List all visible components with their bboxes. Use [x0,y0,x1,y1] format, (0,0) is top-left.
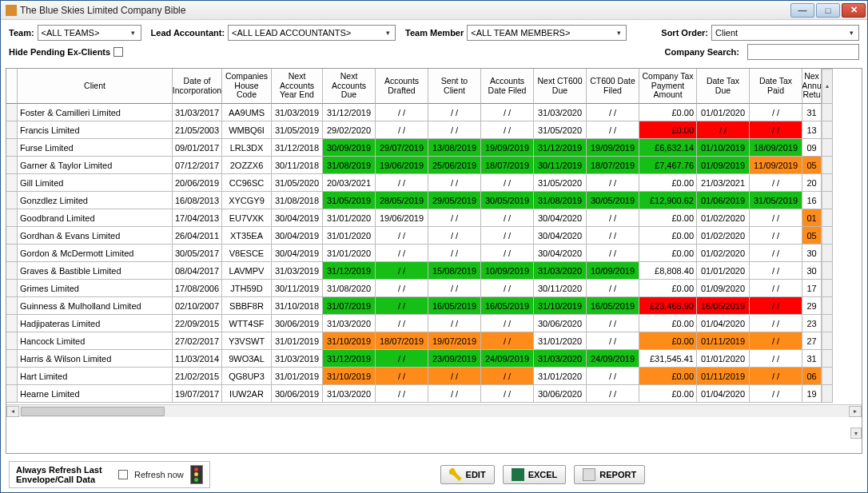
table-cell[interactable]: CC96SC [222,174,272,192]
table-cell[interactable]: 30/06/2020 [534,315,587,332]
table-cell[interactable]: / / [428,385,481,403]
table-cell[interactable]: 30/11/2019 [534,157,587,174]
table-cell[interactable]: 31/01/2019 [272,332,323,350]
table-cell[interactable]: £8,808.40 [639,262,697,280]
table-cell[interactable]: / / [481,280,534,297]
minimize-button[interactable]: — [790,3,814,18]
table-cell[interactable]: 23 [802,315,822,332]
table-cell[interactable]: / / [587,315,639,332]
table-cell[interactable]: 19/07/2017 [173,385,222,403]
table-cell[interactable]: 30/04/2020 [534,227,587,245]
column-header[interactable]: Date of Incorporation [173,69,222,104]
table-cell[interactable]: 07/12/2017 [173,157,222,174]
column-header[interactable]: Client [18,69,173,104]
table-cell[interactable]: / / [587,121,639,139]
table-cell[interactable]: 01/04/2020 [697,385,750,403]
vertical-scrollbar[interactable] [822,157,833,174]
table-cell[interactable]: / / [481,121,534,139]
team-combo[interactable]: <ALL TEAMS> ▾ [38,25,141,41]
table-cell[interactable]: Gordon & McDermott Limited [18,245,173,262]
table-cell[interactable]: / / [428,209,481,227]
scroll-up-icon[interactable]: ▴ [822,69,833,104]
table-cell[interactable]: 16/05/2019 [587,297,639,315]
table-cell[interactable]: 01/02/2020 [697,245,750,262]
vertical-scrollbar[interactable] [822,192,833,209]
table-cell[interactable]: Furse Limited [18,139,173,157]
row-selector[interactable] [6,297,18,315]
column-header[interactable]: Accounts Date Filed [481,69,534,104]
table-cell[interactable]: 31 [802,350,822,368]
table-cell[interactable]: 29/02/2020 [323,121,376,139]
table-cell[interactable]: Francis Limited [18,121,173,139]
table-cell[interactable]: 31/01/2020 [534,368,587,385]
table-cell[interactable]: 30/04/2019 [272,209,323,227]
table-cell[interactable]: 30/11/2019 [272,280,323,297]
table-cell[interactable]: / / [428,174,481,192]
row-selector[interactable] [6,315,18,332]
vertical-scrollbar[interactable] [822,262,833,280]
scroll-right-icon[interactable]: ▸ [849,406,862,417]
table-cell[interactable]: 31/03/2019 [272,262,323,280]
table-cell[interactable]: 29/07/2019 [376,139,428,157]
table-cell[interactable]: 01/11/2019 [697,368,750,385]
table-cell[interactable]: LAVMPV [222,262,272,280]
table-cell[interactable]: 17/08/2006 [173,280,222,297]
table-cell[interactable]: 30/04/2020 [534,209,587,227]
table-cell[interactable]: 9WO3AL [222,350,272,368]
table-cell[interactable]: 29 [802,297,822,315]
table-cell[interactable]: £6,632.14 [639,139,697,157]
table-cell[interactable]: 21/05/2003 [173,121,222,139]
table-cell[interactable]: Gordhan & Evans Limited [18,227,173,245]
vertical-scrollbar[interactable] [822,227,833,245]
row-selector[interactable] [6,121,18,139]
table-cell[interactable]: / / [376,280,428,297]
table-cell[interactable]: 31/03/2020 [534,350,587,368]
table-cell[interactable]: 31/01/2020 [323,209,376,227]
table-cell[interactable]: / / [428,368,481,385]
table-cell[interactable]: / / [750,121,802,139]
table-cell[interactable]: £0.00 [639,385,697,403]
table-cell[interactable]: / / [376,262,428,280]
table-cell[interactable]: / / [750,297,802,315]
table-cell[interactable]: 01/02/2020 [697,227,750,245]
table-cell[interactable]: 31 [802,104,822,121]
vertical-scrollbar[interactable] [822,104,833,121]
table-cell[interactable]: £0.00 [639,280,697,297]
table-cell[interactable]: 01/10/2019 [697,139,750,157]
table-cell[interactable]: 16/08/2013 [173,192,222,209]
company-search-input[interactable] [747,44,859,60]
table-cell[interactable]: QG8UP3 [222,368,272,385]
table-cell[interactable]: £0.00 [639,209,697,227]
table-cell[interactable]: 31/07/2019 [323,297,376,315]
column-header[interactable]: Companies House Code [222,69,272,104]
row-selector[interactable] [6,280,18,297]
column-header[interactable]: Accounts Drafted [376,69,428,104]
table-cell[interactable]: 18/07/2019 [376,332,428,350]
table-cell[interactable]: 16/05/2019 [697,297,750,315]
table-cell[interactable]: £0.00 [639,104,697,121]
row-selector[interactable] [6,209,18,227]
table-cell[interactable]: / / [587,209,639,227]
table-cell[interactable]: / / [697,121,750,139]
table-cell[interactable]: 31/05/2019 [750,192,802,209]
table-cell[interactable]: / / [376,350,428,368]
table-cell[interactable]: 31/03/2020 [323,315,376,332]
table-cell[interactable]: / / [481,104,534,121]
table-cell[interactable]: 31/01/2019 [272,368,323,385]
table-cell[interactable]: 19/06/2019 [376,209,428,227]
table-cell[interactable]: Grimes Limited [18,280,173,297]
table-cell[interactable]: XT35EA [222,227,272,245]
table-cell[interactable]: £7,467.76 [639,157,697,174]
table-cell[interactable]: 15/08/2019 [428,262,481,280]
table-cell[interactable]: IUW2AR [222,385,272,403]
table-cell[interactable]: 31/03/2019 [272,104,323,121]
table-cell[interactable]: JTH59D [222,280,272,297]
table-cell[interactable]: 31/05/2020 [534,174,587,192]
table-cell[interactable]: / / [428,315,481,332]
scroll-left-icon[interactable]: ◂ [6,406,19,417]
table-cell[interactable]: / / [481,315,534,332]
vertical-scrollbar[interactable] [822,332,833,350]
table-cell[interactable]: 30/06/2019 [272,385,323,403]
table-cell[interactable]: 30/04/2020 [534,245,587,262]
horizontal-scrollbar[interactable]: ◂ ▸ [6,404,862,417]
